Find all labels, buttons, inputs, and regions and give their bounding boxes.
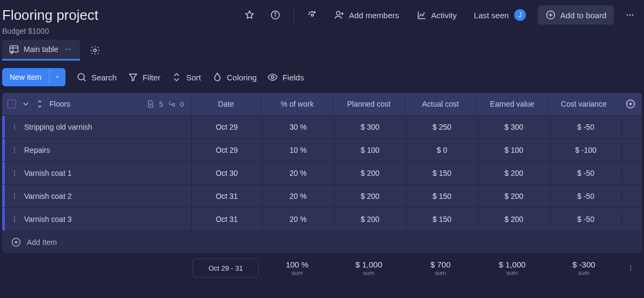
row-trail: [621, 162, 642, 184]
cell-planned[interactable]: $ 200: [334, 208, 406, 230]
cell-pct[interactable]: 30 %: [262, 116, 334, 138]
activity-button[interactable]: Activity: [411, 6, 463, 24]
cell-actual[interactable]: $ 250: [406, 116, 478, 138]
cell-pct[interactable]: 20 %: [262, 208, 334, 230]
cell-date[interactable]: Oct 29: [191, 116, 262, 138]
cell-variance[interactable]: $ -50: [550, 208, 621, 230]
cell-date[interactable]: Oct 31: [191, 185, 262, 207]
drag-icon[interactable]: [35, 100, 44, 108]
svg-point-4: [336, 11, 340, 15]
cell-earned[interactable]: $ 200: [478, 185, 550, 207]
last-seen[interactable]: Last seen J: [469, 6, 531, 24]
sync-button[interactable]: [303, 5, 322, 25]
cell-earned[interactable]: $ 300: [478, 116, 550, 138]
row-menu-button[interactable]: [10, 215, 17, 224]
column-pct[interactable]: % of work: [261, 93, 333, 115]
add-item-label: Add Item: [27, 238, 57, 247]
row-menu-button[interactable]: [10, 123, 17, 131]
add-to-board-button[interactable]: Add to board: [538, 5, 614, 25]
filter-button[interactable]: Filter: [128, 72, 160, 83]
search-button[interactable]: Search: [76, 72, 117, 83]
cell-actual[interactable]: $ 150: [406, 185, 478, 207]
column-actual[interactable]: Actual cost: [405, 93, 477, 115]
more-button[interactable]: [620, 5, 640, 25]
group-sub-count: 0: [180, 100, 184, 108]
select-all-checkbox[interactable]: [8, 100, 16, 108]
cell-pct[interactable]: 10 %: [262, 139, 334, 161]
svg-point-18: [68, 49, 69, 50]
svg-point-34: [14, 150, 15, 151]
coloring-label: Coloring: [227, 73, 257, 82]
summary-planned-value: $ 1,000: [355, 260, 382, 269]
new-item-label: New Item: [2, 68, 49, 86]
cell-planned[interactable]: $ 300: [334, 116, 406, 138]
new-item-button[interactable]: New Item: [2, 68, 65, 86]
cell-pct[interactable]: 20 %: [262, 185, 334, 207]
sync-icon: [307, 10, 318, 20]
tab-more-button[interactable]: [63, 45, 74, 54]
cell-variance[interactable]: $ -50: [550, 185, 621, 207]
cell-variance[interactable]: $ -50: [550, 116, 621, 138]
cell-earned[interactable]: $ 100: [478, 139, 550, 161]
view-settings-button[interactable]: [86, 42, 104, 59]
table-row[interactable]: Repairs Oct 29 10 % $ 100 $ 0 $ 100 $ -1…: [2, 138, 642, 161]
cell-earned[interactable]: $ 200: [478, 162, 550, 184]
cell-date[interactable]: Oct 29: [191, 139, 262, 161]
sort-button[interactable]: Sort: [171, 72, 201, 83]
cell-date[interactable]: Oct 31: [191, 208, 262, 230]
row-menu-button[interactable]: [10, 146, 17, 154]
cell-date[interactable]: Oct 30: [191, 162, 262, 184]
add-item-row[interactable]: Add Item: [2, 230, 642, 253]
svg-point-10: [627, 14, 628, 16]
add-to-board-label: Add to board: [560, 11, 606, 20]
svg-point-40: [14, 196, 15, 197]
coloring-button[interactable]: Coloring: [212, 72, 257, 83]
summary-menu-button[interactable]: [619, 255, 642, 281]
row-name[interactable]: Stripping old varnish: [24, 123, 92, 131]
row-name[interactable]: Repairs: [24, 146, 50, 154]
table-row[interactable]: Stripping old varnish Oct 29 30 % $ 300 …: [2, 115, 642, 138]
summary-date-range: Oct 29 - 31: [193, 258, 259, 278]
column-variance[interactable]: Cost variance: [548, 93, 620, 115]
cell-earned[interactable]: $ 200: [478, 208, 550, 230]
row-menu-button[interactable]: [10, 169, 17, 177]
tab-main-table[interactable]: Main table: [2, 40, 80, 61]
add-column-button[interactable]: [619, 93, 642, 115]
svg-point-20: [93, 49, 96, 51]
row-name[interactable]: Varnish coat 2: [24, 192, 71, 200]
cell-variance[interactable]: $ -100: [550, 139, 621, 161]
cell-planned[interactable]: $ 200: [334, 162, 406, 184]
table-icon: [9, 44, 19, 55]
svg-point-49: [630, 267, 631, 269]
row-name[interactable]: Varnish coat 1: [24, 169, 71, 177]
cell-actual[interactable]: $ 150: [406, 162, 478, 184]
cell-pct[interactable]: 20 %: [262, 162, 334, 184]
collapse-group-button[interactable]: [21, 100, 30, 108]
info-button[interactable]: [266, 5, 285, 25]
cell-variance[interactable]: $ -50: [550, 162, 621, 184]
row-name[interactable]: Varnish coat 3: [24, 215, 71, 224]
cell-actual[interactable]: $ 0: [406, 139, 478, 161]
column-planned[interactable]: Planned cost: [333, 93, 405, 115]
summary-planned: $ 1,000 sum: [333, 255, 405, 281]
add-members-button[interactable]: Add members: [328, 6, 404, 24]
favorite-button[interactable]: [240, 5, 259, 25]
row-trail: [621, 139, 642, 161]
group-name[interactable]: Floors: [49, 100, 70, 108]
row-menu-button[interactable]: [10, 192, 17, 200]
column-date[interactable]: Date: [191, 93, 261, 115]
summary-pct-value: 100 %: [286, 260, 309, 269]
table-row[interactable]: Varnish coat 1 Oct 30 20 % $ 200 $ 150 $…: [2, 161, 642, 184]
cell-planned[interactable]: $ 100: [334, 139, 406, 161]
summary-actual-value: $ 700: [430, 260, 451, 269]
cell-planned[interactable]: $ 200: [334, 185, 406, 207]
cell-actual[interactable]: $ 150: [406, 208, 478, 230]
table-row[interactable]: Varnish coat 3 Oct 31 20 % $ 200 $ 150 $…: [2, 207, 642, 230]
dots-horizontal-icon: [625, 10, 635, 20]
svg-point-33: [14, 147, 15, 148]
table-row[interactable]: Varnish coat 2 Oct 31 20 % $ 200 $ 150 $…: [2, 184, 642, 207]
fields-button[interactable]: Fields: [267, 72, 304, 83]
column-earned[interactable]: Earned value: [476, 93, 548, 115]
new-item-dropdown[interactable]: [49, 70, 65, 85]
summary-label: sum: [507, 270, 518, 276]
